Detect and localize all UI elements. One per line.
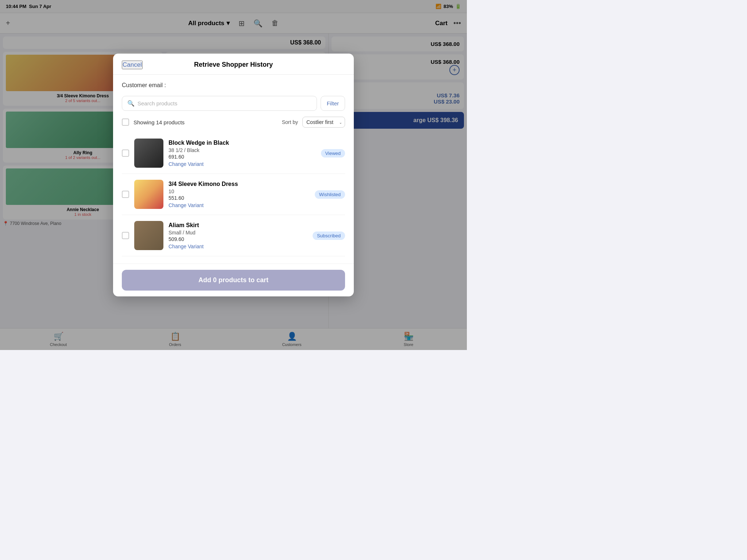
- product-list-thumb: [134, 139, 163, 168]
- product-checkbox[interactable]: [122, 149, 129, 157]
- modal-footer: Add 0 products to cart: [113, 264, 354, 296]
- modal-dialog: Cancel Retrieve Shopper History Customer…: [113, 54, 354, 296]
- product-list-price: 691.60: [169, 154, 316, 160]
- search-input[interactable]: [138, 100, 311, 106]
- product-list-info: 3/4 Sleeve Kimono Dress 10 551.60 Change…: [169, 181, 310, 208]
- select-all-checkbox[interactable]: [122, 118, 129, 126]
- search-filter-row: 🔍 Filter: [122, 96, 345, 111]
- product-badge-viewed: Viewed: [321, 149, 345, 158]
- modal-overlay: Cancel Retrieve Shopper History Customer…: [0, 0, 467, 350]
- sort-wrapper: Costlier first Cheaper first A-Z Z-A: [302, 117, 345, 128]
- change-variant-link[interactable]: Change Variant: [169, 244, 307, 249]
- product-checkbox[interactable]: [122, 191, 129, 198]
- change-variant-link[interactable]: Change Variant: [169, 161, 316, 167]
- product-list-thumb: [134, 221, 163, 250]
- sort-select[interactable]: Costlier first Cheaper first A-Z Z-A: [302, 117, 345, 128]
- list-item: Aliam Skirt Small / Mud 509.60 Change Va…: [122, 215, 345, 256]
- search-box: 🔍: [122, 96, 317, 111]
- sort-by-label: Sort by: [282, 119, 298, 125]
- product-list: Block Wedge in Black 38 1/2 / Black 691.…: [122, 133, 345, 256]
- products-header: Showing 14 products Sort by Costlier fir…: [122, 117, 345, 128]
- product-badge-subscribed: Subscribed: [313, 232, 345, 240]
- product-list-variant: 38 1/2 / Black: [169, 147, 316, 153]
- product-list-name: 3/4 Sleeve Kimono Dress: [169, 181, 310, 187]
- product-list-thumb: [134, 180, 163, 209]
- showing-label: Showing 14 products: [133, 119, 278, 125]
- customer-email-label: Customer email :: [122, 82, 345, 89]
- list-item: 3/4 Sleeve Kimono Dress 10 551.60 Change…: [122, 174, 345, 215]
- modal-header: Cancel Retrieve Shopper History: [113, 54, 354, 75]
- product-list-price: 551.60: [169, 195, 310, 201]
- product-list-name: Aliam Skirt: [169, 222, 307, 229]
- product-badge-wishlisted: Wishlisted: [315, 190, 345, 199]
- product-list-info: Block Wedge in Black 38 1/2 / Black 691.…: [169, 140, 316, 167]
- search-icon: 🔍: [127, 100, 135, 107]
- list-item: Block Wedge in Black 38 1/2 / Black 691.…: [122, 133, 345, 174]
- product-list-info: Aliam Skirt Small / Mud 509.60 Change Va…: [169, 222, 307, 249]
- product-checkbox[interactable]: [122, 232, 129, 239]
- cancel-button[interactable]: Cancel: [122, 61, 143, 69]
- product-list-price: 509.60: [169, 236, 307, 242]
- modal-title: Retrieve Shopper History: [194, 61, 273, 69]
- modal-body: Customer email : 🔍 Filter Showing 14 pro…: [113, 75, 354, 264]
- change-variant-link[interactable]: Change Variant: [169, 202, 310, 208]
- product-list-variant: Small / Mud: [169, 230, 307, 236]
- filter-button[interactable]: Filter: [321, 96, 345, 111]
- product-list-name: Block Wedge in Black: [169, 140, 316, 146]
- product-list-variant: 10: [169, 188, 310, 194]
- add-to-cart-button[interactable]: Add 0 products to cart: [122, 270, 345, 291]
